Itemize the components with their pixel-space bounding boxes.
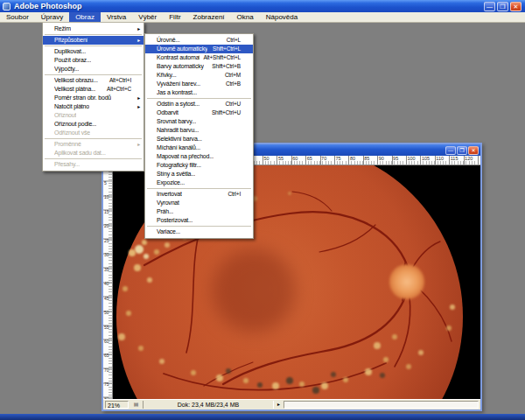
menu-item[interactable]: Odstín a sytost...Ctrl+U (145, 100, 253, 108)
zoom-level-field[interactable]: 21% (105, 401, 129, 409)
ruler-number: 25 (104, 239, 109, 243)
menu-separator (147, 226, 251, 227)
lesion-spot (374, 342, 381, 349)
lesion-spot (446, 326, 452, 331)
lesion-spot (135, 245, 144, 254)
menu-item[interactable]: Kontrast automatickyAlt+Shift+Ctrl+L (145, 53, 253, 62)
menu-item[interactable]: Expozice... (145, 178, 253, 187)
doc-maximize-button[interactable]: ❐ (457, 146, 467, 155)
menu-item[interactable]: Selektivní barva... (145, 135, 253, 144)
menu-item[interactable]: Přesahy... (43, 160, 144, 169)
menu-item[interactable]: Vyrovnat (145, 199, 253, 207)
menu-separator (147, 188, 251, 189)
menubar-item-nápověda[interactable]: Nápověda (260, 12, 304, 22)
statusbar-spacer (284, 401, 479, 409)
menu-item[interactable]: Proměnné► (43, 140, 144, 149)
menu-item-label: Stíny a světla... (157, 170, 195, 178)
menu-item[interactable]: OdbarvitShift+Ctrl+U (145, 108, 253, 117)
submenu-arrow-icon: ► (136, 36, 141, 45)
window-controls: — ❐ ✕ (482, 2, 525, 11)
status-popup-arrow-icon[interactable]: ► (276, 401, 281, 409)
ruler-number: 50 (104, 311, 109, 315)
menu-item[interactable]: Duplikovat... (43, 47, 144, 56)
ruler-number: 90 (379, 156, 384, 161)
menu-item-label: Barvy automaticky (157, 62, 204, 71)
ruler-number: 45 (104, 297, 109, 301)
menu-item[interactable]: Použít obraz... (43, 56, 144, 65)
menu-item-label: Jas a kontrast... (157, 88, 197, 97)
menu-item-label: Vyrovnat (157, 199, 179, 207)
menubar-item-výběr[interactable]: Výběr (132, 12, 163, 22)
menu-item[interactable]: Mapovat na přechod... (145, 152, 253, 161)
lesion-spot (257, 382, 262, 388)
menu-item[interactable]: Stíny a světla... (145, 170, 253, 178)
menu-item[interactable]: Poměr stran obr. bodů► (43, 94, 144, 102)
menu-item[interactable]: Úrovně...Ctrl+L (145, 36, 253, 45)
menu-item-label: Poměr stran obr. bodů (54, 94, 111, 102)
vertical-ruler[interactable]: 5101520253035404550556065707580 (103, 165, 113, 399)
menubar-item-vrstva[interactable]: Vrstva (101, 12, 132, 22)
menu-item[interactable]: Variace... (145, 228, 253, 236)
close-button[interactable]: ✕ (510, 2, 522, 11)
menu-item[interactable]: Práh... (145, 207, 253, 216)
menubar: SouborÚpravyObrazVrstvaVýběrFiltrZobraze… (0, 12, 525, 23)
menu-item-label: Velikost plátna... (54, 85, 95, 94)
menubar-item-okna[interactable]: Okna (231, 12, 260, 22)
lesion-spot (134, 264, 141, 271)
minimize-button[interactable]: — (484, 2, 495, 11)
restore-button[interactable]: ❐ (497, 2, 508, 11)
doc-close-button[interactable]: ✕ (468, 146, 479, 155)
adjustments-submenu: Úrovně...Ctrl+LÚrovně automatickyShift+C… (144, 33, 254, 239)
menu-item[interactable]: Oříznout podle... (43, 120, 144, 129)
menu-item-shortcut: Alt+Ctrl+I (106, 76, 131, 85)
menu-item[interactable]: Aplikovat sadu dat... (43, 149, 144, 158)
menu-item-label: Fotografický filtr... (157, 161, 201, 170)
menu-item[interactable]: Velikost plátna...Alt+Ctrl+C (43, 85, 144, 94)
lesion-spot (331, 372, 336, 377)
lesion-spot (144, 254, 149, 259)
menubar-item-obraz[interactable]: Obraz (69, 12, 101, 22)
menu-item[interactable]: Režim► (43, 24, 144, 33)
lesion-spot (129, 249, 136, 256)
menubar-item-soubor[interactable]: Soubor (0, 12, 35, 22)
menu-item[interactable]: Vyvážení barev...Ctrl+B (145, 80, 253, 88)
menu-item[interactable]: Jas a kontrast... (145, 88, 253, 97)
lesion-spot (383, 357, 388, 362)
menu-item[interactable]: Fotografický filtr... (145, 161, 253, 170)
menu-item[interactable]: Oříznout (43, 111, 144, 120)
menu-item[interactable]: Velikost obrazu...Alt+Ctrl+I (43, 76, 144, 85)
menu-item-label: Vyvážení barev... (157, 80, 200, 88)
taskbar[interactable] (0, 414, 525, 420)
menu-item[interactable]: Barvy automatickyShift+Ctrl+B (145, 62, 253, 71)
menu-item[interactable]: Posterizovat... (145, 216, 253, 225)
menu-item[interactable]: Přizpůsobení► (43, 36, 144, 45)
menu-item[interactable]: Natočit plátno► (43, 102, 144, 111)
submenu-arrow-icon: ► (136, 94, 141, 102)
menu-item[interactable]: InvertovatCtrl+I (145, 190, 253, 199)
menubar-item-filtr[interactable]: Filtr (163, 12, 186, 22)
menubar-item-zobrazení[interactable]: Zobrazení (187, 12, 231, 22)
menu-item[interactable]: Výpočty... (43, 65, 144, 74)
menu-separator (147, 98, 251, 99)
menu-item-label: Křivky... (157, 71, 177, 80)
menu-item-label: Přizpůsobení (54, 36, 88, 45)
menu-item[interactable]: Nahradit barvu... (145, 126, 253, 135)
lesion-spot (142, 240, 147, 245)
lesion-spot (418, 350, 424, 355)
menu-separator (45, 158, 142, 159)
menu-item-shortcut: Shift+Ctrl+L (209, 45, 241, 53)
menubar-item-úpravy[interactable]: Úpravy (35, 12, 69, 22)
ruler-number: 85 (364, 156, 369, 161)
ruler-number: 60 (104, 340, 109, 344)
ruler-number: 100 (408, 156, 416, 161)
menu-item[interactable]: Srovnat barvy... (145, 117, 253, 126)
menu-item-shortcut: Ctrl+U (222, 100, 241, 108)
doc-minimize-button[interactable]: — (445, 146, 456, 155)
document-size-readout[interactable]: Dok: 23,4 MB/23,4 MB (143, 401, 274, 409)
menu-item[interactable]: Úrovně automatickyShift+Ctrl+L (145, 45, 253, 53)
lesion-spot (138, 346, 144, 351)
menu-item[interactable]: Míchání kanálů... (145, 144, 253, 152)
menu-item-label: Natočit plátno (54, 102, 89, 111)
menu-item[interactable]: Křivky...Ctrl+M (145, 71, 253, 80)
menu-item[interactable]: Odříznout vše (43, 129, 144, 137)
